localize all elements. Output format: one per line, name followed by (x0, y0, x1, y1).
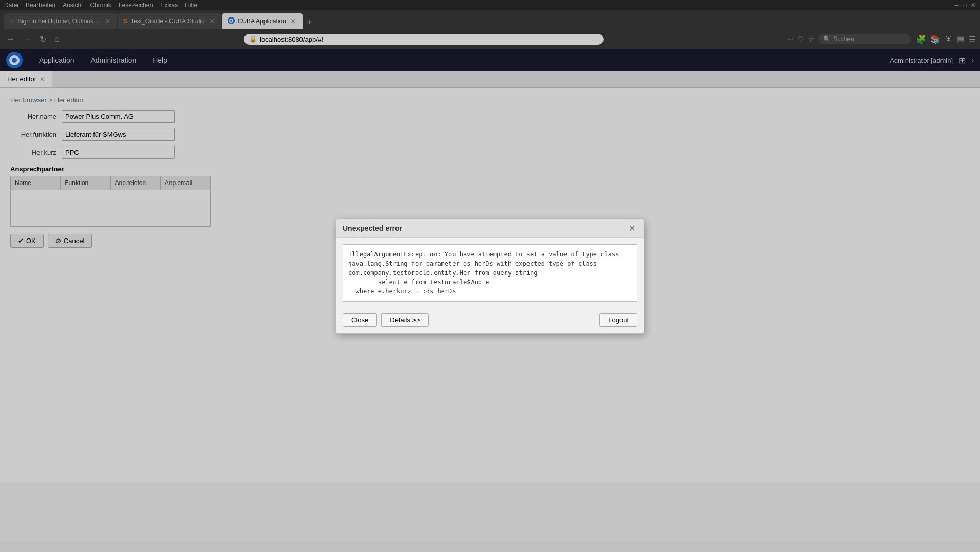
dialog-logout-btn[interactable]: Logout (599, 313, 637, 327)
dialog-close-btn[interactable]: Close (343, 313, 377, 327)
dialog-right-buttons: Logout (599, 313, 637, 327)
dialog-overlay: Unexpected error ✕ IllegalArgumentExcept… (0, 0, 980, 542)
dialog-title: Unexpected error (343, 224, 402, 232)
dialog-body: IllegalArgumentException: You have attem… (336, 238, 644, 308)
dialog-details-btn[interactable]: Details >> (381, 313, 429, 327)
dialog-close-button[interactable]: ✕ (627, 224, 637, 233)
dialog-error-text[interactable]: IllegalArgumentException: You have attem… (343, 244, 637, 302)
error-dialog: Unexpected error ✕ IllegalArgumentExcept… (336, 219, 644, 334)
dialog-footer: Close Details >> Logout (336, 308, 644, 333)
dialog-left-buttons: Close Details >> (343, 313, 429, 327)
dialog-header: Unexpected error ✕ (336, 219, 644, 238)
